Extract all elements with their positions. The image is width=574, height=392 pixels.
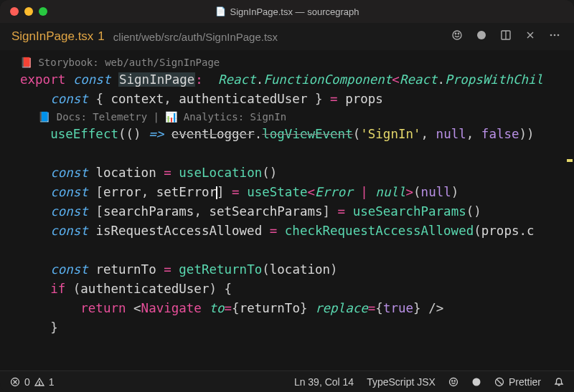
svg-point-1 <box>455 33 456 34</box>
prettier-label: Prettier <box>509 376 541 388</box>
code-line <box>20 241 574 260</box>
code-line: if (authenticatedUser) { <box>20 279 574 299</box>
breadcrumb[interactable]: client/web/src/auth/SignInPage.tsx <box>113 31 278 43</box>
gear-icon[interactable] <box>474 29 489 44</box>
code-line: const location = useLocation() <box>20 163 574 183</box>
code-line: export const SignInPage: React.FunctionC… <box>20 70 574 90</box>
traffic-lights <box>10 7 47 16</box>
more-icon[interactable] <box>547 29 563 44</box>
cursor-position[interactable]: Ln 39, Col 14 <box>294 376 354 388</box>
status-gear-icon[interactable] <box>471 377 481 387</box>
svg-line-21 <box>497 379 502 385</box>
scrollbar-marker <box>567 159 573 162</box>
smiley-icon[interactable] <box>449 29 465 44</box>
zoom-window-button[interactable] <box>39 7 47 16</box>
problems-section[interactable]: 0 1 <box>10 376 55 388</box>
file-icon: 📄 <box>215 6 226 16</box>
status-smiley-icon[interactable] <box>448 377 458 387</box>
svg-point-2 <box>458 33 458 34</box>
code-line: return <Navigate to={returnTo} replace={… <box>20 299 574 318</box>
close-window-button[interactable] <box>10 7 19 16</box>
window-title: 📄 SignInPage.tsx — sourcegraph <box>215 6 359 17</box>
svg-point-3 <box>477 31 486 39</box>
svg-point-15 <box>39 383 39 384</box>
warning-count: 1 <box>49 376 55 388</box>
window-title-text: SignInPage.tsx — sourcegraph <box>230 6 359 17</box>
tab-signinpage[interactable]: SignInPage.tsx 1 <box>11 29 105 44</box>
warning-icon <box>34 377 44 387</box>
code-line: } <box>20 318 574 338</box>
editor-window: 📄 SignInPage.tsx — sourcegraph SignInPag… <box>0 0 574 392</box>
tab-bar: SignInPage.tsx 1 client/web/src/auth/Sig… <box>0 23 574 50</box>
scrollbar[interactable] <box>565 50 574 371</box>
codelens-storybook[interactable]: 📕 Storybook: web/auth/SignInPage <box>20 54 574 70</box>
notifications-icon[interactable] <box>554 377 564 387</box>
svg-point-8 <box>550 34 552 37</box>
tab-label: SignInPage.tsx <box>11 29 93 44</box>
status-bar: 0 1 Ln 39, Col 14 TypeScript JSX Prettie… <box>0 371 574 392</box>
tab-modified-indicator: 1 <box>98 29 104 44</box>
code-line: const returnTo = getReturnTo(location) <box>20 260 574 279</box>
codelens-docs[interactable]: 📘 Docs: Telemetry | 📊 Analytics: SignIn <box>20 109 574 125</box>
code-line: const { context, authenticatedUser } = p… <box>20 90 574 109</box>
code-line <box>20 144 574 163</box>
titlebar: 📄 SignInPage.tsx — sourcegraph <box>0 0 574 23</box>
close-tab-icon[interactable] <box>522 30 538 43</box>
block-icon <box>494 377 504 387</box>
code-line: useEffect(() => eventLogger.logViewEvent… <box>20 125 574 144</box>
code-line: const [error, setError] = useState<Error… <box>20 183 574 202</box>
svg-point-19 <box>472 378 480 386</box>
svg-point-0 <box>453 31 461 39</box>
svg-point-17 <box>451 380 452 381</box>
svg-point-9 <box>554 34 556 37</box>
code-line: const [searchParams, setSearchParams] = … <box>20 202 574 221</box>
svg-point-16 <box>449 378 457 386</box>
minimize-window-button[interactable] <box>24 7 33 16</box>
code-line: const isRequestAccessAllowed = checkRequ… <box>20 221 574 241</box>
split-editor-icon[interactable] <box>498 29 514 44</box>
error-icon <box>10 377 20 387</box>
prettier-status[interactable]: Prettier <box>494 376 541 388</box>
code-editor[interactable]: 📕 Storybook: web/auth/SignInPage export … <box>0 50 574 371</box>
error-count: 0 <box>24 376 30 388</box>
language-mode[interactable]: TypeScript JSX <box>367 376 436 388</box>
svg-point-10 <box>557 34 560 37</box>
svg-point-18 <box>454 380 455 381</box>
